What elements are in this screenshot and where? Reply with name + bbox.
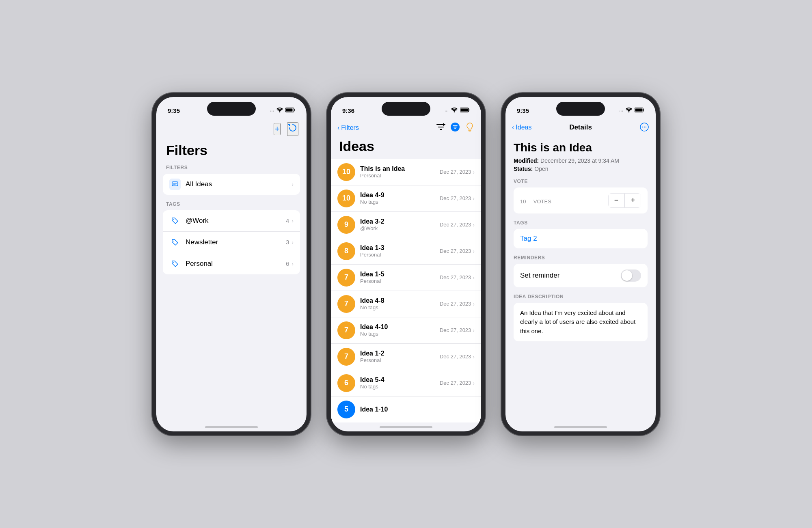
status-time-2: 9:36 — [342, 107, 354, 114]
vote-badge-8: 6 — [337, 374, 355, 392]
svg-rect-8 — [461, 109, 468, 112]
back-chevron-3: ‹ — [512, 124, 514, 131]
idea-date-3: Dec 27, 2023 — [440, 248, 471, 254]
description-card: An Idea that I'm very excited about and … — [514, 303, 648, 342]
wifi-icon-2 — [451, 108, 458, 114]
vote-badge-5: 7 — [337, 295, 355, 313]
vote-count-display: 10 VOTES — [520, 195, 608, 206]
phone-details: 9:35 ··· ‹ Ideas Details — [501, 93, 660, 435]
filters-title: Filters — [156, 139, 307, 165]
vote-section-label: VOTE — [514, 179, 648, 184]
reminder-toggle[interactable] — [621, 269, 641, 282]
idea-chevron-2: › — [473, 222, 475, 228]
sort-icon[interactable] — [436, 123, 445, 132]
idea-sub-0: Personal — [360, 172, 440, 179]
svg-rect-3 — [172, 182, 178, 186]
idea-item-2[interactable]: 9 Idea 3-2 @Work Dec 27, 2023 › — [331, 212, 481, 238]
add-button[interactable]: + — [274, 123, 281, 135]
back-to-ideas[interactable]: ‹ Ideas — [512, 124, 558, 131]
idea-chevron-5: › — [473, 301, 475, 307]
idea-item-3[interactable]: 8 Idea 1-3 Personal Dec 27, 2023 › — [331, 238, 481, 265]
idea-info-0: This is an Idea Personal — [360, 165, 440, 179]
idea-date-0: Dec 27, 2023 — [440, 169, 471, 175]
nav-bar: + — [156, 119, 307, 139]
back-label: Filters — [341, 124, 359, 131]
all-ideas-label: All Ideas — [186, 180, 292, 188]
tag-value[interactable]: Tag 2 — [520, 235, 537, 242]
reminder-label: Set reminder — [520, 272, 621, 280]
tags-section-label-detail: TAGS — [514, 220, 648, 226]
battery-icon-3 — [635, 108, 644, 114]
bulb-icon[interactable] — [465, 122, 475, 134]
idea-info-2: Idea 3-2 @Work — [360, 218, 440, 231]
vote-badge-6: 7 — [337, 321, 355, 339]
svg-point-13 — [642, 126, 643, 127]
idea-sub-1: No tags — [360, 199, 440, 205]
all-ideas-chevron: › — [292, 181, 294, 187]
vote-decrement-button[interactable]: − — [608, 193, 624, 208]
tag-item-personal[interactable]: Personal 6 › — [163, 253, 300, 274]
ideas-nav-actions — [436, 122, 475, 134]
vote-badge-1: 10 — [337, 190, 355, 207]
vote-badge-2: 9 — [337, 216, 355, 234]
idea-name-9: Idea 1-10 — [360, 406, 475, 413]
idea-item-4[interactable]: 7 Idea 1-5 Personal Dec 27, 2023 › — [331, 265, 481, 291]
idea-sub-4: Personal — [360, 278, 440, 284]
vote-badge-0: 10 — [337, 163, 355, 181]
idea-sub-3: Personal — [360, 252, 440, 258]
idea-sub-8: No tags — [360, 384, 440, 390]
idea-item-8[interactable]: 6 Idea 5-4 No tags Dec 27, 2023 › — [331, 370, 481, 397]
ideas-nav: ‹ Filters — [331, 119, 481, 137]
more-options-button[interactable] — [639, 122, 649, 133]
filter-icon[interactable] — [450, 122, 460, 134]
tag-newsletter-label: Newsletter — [186, 238, 286, 246]
details-nav: ‹ Ideas Details — [505, 119, 656, 136]
idea-item-0[interactable]: 10 This is an Idea Personal Dec 27, 2023… — [331, 159, 481, 185]
idea-sub-6: No tags — [360, 331, 440, 337]
idea-info-6: Idea 4-10 No tags — [360, 323, 440, 337]
tag-item-work[interactable]: @Work 4 › — [163, 210, 300, 232]
battery-icon-2 — [460, 108, 470, 114]
tag-newsletter-icon — [169, 237, 181, 248]
idea-name-2: Idea 3-2 — [360, 218, 440, 225]
tag-work-count: 4 — [286, 217, 289, 224]
idea-name-1: Idea 4-9 — [360, 192, 440, 199]
idea-item-7[interactable]: 7 Idea 1-2 Personal Dec 27, 2023 › — [331, 344, 481, 370]
status-time-3: 9:35 — [517, 107, 529, 114]
idea-item-1[interactable]: 10 Idea 4-9 No tags Dec 27, 2023 › — [331, 185, 481, 212]
signal-icon: ··· — [270, 108, 274, 114]
all-ideas-item[interactable]: All Ideas › — [163, 174, 300, 195]
status-icons-3: ··· — [619, 108, 644, 114]
vote-increment-button[interactable]: + — [625, 193, 641, 208]
idea-chevron-4: › — [473, 274, 475, 281]
idea-item-5[interactable]: 7 Idea 4-8 No tags Dec 27, 2023 › — [331, 291, 481, 317]
idea-item-6[interactable]: 7 Idea 4-10 No tags Dec 27, 2023 › — [331, 317, 481, 344]
vote-badge-9: 5 — [337, 401, 355, 418]
status-value: Open — [534, 166, 548, 172]
idea-item-9[interactable]: 5 Idea 1-10 — [331, 397, 481, 422]
idea-sub-7: Personal — [360, 357, 440, 363]
tag-personal-chevron: › — [292, 261, 294, 267]
description-text: An Idea that I'm very excited about and … — [520, 308, 641, 336]
phone-filters: 9:35 ··· + Filters FILTERS — [152, 93, 311, 435]
svg-point-6 — [173, 262, 174, 263]
idea-info-9: Idea 1-10 — [360, 406, 475, 413]
idea-name-6: Idea 4-10 — [360, 323, 440, 331]
back-to-filters[interactable]: ‹ Filters — [337, 124, 359, 131]
idea-chevron-0: › — [473, 169, 475, 175]
reminder-row: Set reminder — [514, 264, 648, 287]
tag-item-newsletter[interactable]: Newsletter 3 › — [163, 232, 300, 253]
svg-rect-1 — [286, 109, 293, 112]
idea-chevron-6: › — [473, 327, 475, 334]
tag-work-chevron: › — [292, 218, 294, 224]
signal-icon-2: ··· — [445, 108, 449, 114]
idea-sub-2: @Work — [360, 225, 440, 231]
home-indicator — [205, 426, 258, 428]
home-indicator-2 — [380, 426, 432, 428]
details-screen: ‹ Ideas Details This is an Idea Modified… — [505, 119, 656, 347]
filters-card: All Ideas › — [163, 174, 300, 195]
idea-date-1: Dec 27, 2023 — [440, 195, 471, 201]
tag-newsletter-count: 3 — [286, 239, 289, 246]
description-section-label: IDEA DESCRIPTION — [514, 294, 648, 300]
refresh-button[interactable] — [287, 122, 298, 136]
